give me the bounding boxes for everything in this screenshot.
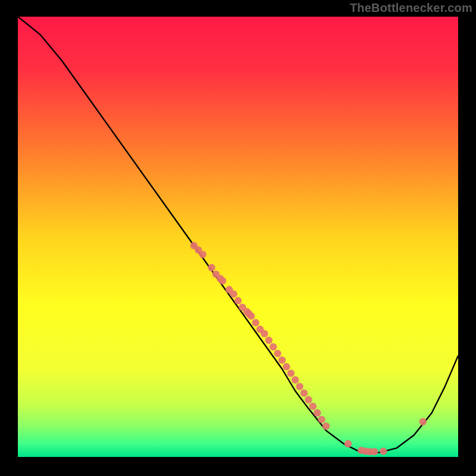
marker-point	[300, 390, 308, 397]
marker-point	[292, 376, 299, 383]
marker-point	[345, 440, 352, 447]
marker-point	[278, 356, 286, 364]
marker-point	[274, 350, 281, 357]
marker-point	[219, 277, 226, 284]
marker-point	[230, 290, 237, 298]
marker-point	[371, 448, 378, 455]
marker-point	[270, 343, 277, 350]
plot-area	[18, 17, 458, 457]
chart-background	[18, 17, 458, 457]
marker-point	[318, 416, 325, 423]
marker-point	[322, 422, 330, 430]
marker-point	[419, 418, 427, 425]
marker-point	[199, 250, 206, 258]
marker-point	[309, 403, 317, 410]
marker-point	[248, 312, 255, 320]
marker-point	[296, 383, 303, 390]
marker-point	[265, 337, 273, 344]
watermark-label: TheBottlenecker.com	[350, 1, 472, 15]
marker-point	[283, 363, 290, 370]
marker-point	[252, 319, 259, 326]
marker-point	[234, 297, 242, 304]
marker-point	[208, 264, 215, 271]
marker-point	[287, 369, 295, 377]
marker-point	[261, 330, 268, 337]
marker-point	[380, 447, 387, 455]
marker-point	[314, 409, 321, 416]
chart-svg	[18, 17, 458, 457]
chart-root: TheBottlenecker.com	[0, 0, 476, 476]
marker-point	[305, 396, 312, 403]
